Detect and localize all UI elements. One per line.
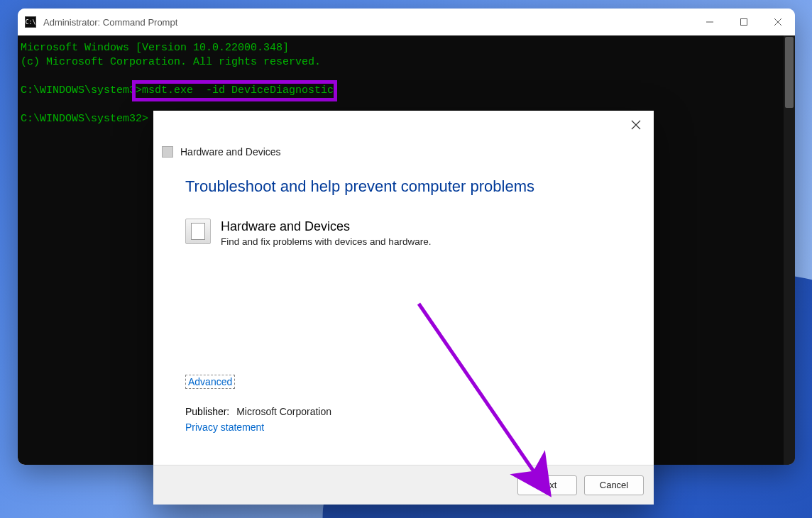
dlg-footer: Next Cancel [153, 465, 654, 505]
close-button[interactable] [761, 9, 795, 35]
minimize-button[interactable] [693, 9, 727, 35]
cmd-app-icon: C:\ [25, 16, 36, 28]
hardware-devices-large-icon [185, 219, 211, 244]
advanced-link[interactable]: Advanced [185, 375, 235, 389]
cmd-titlebar[interactable]: C:\ Administrator: Command Prompt [18, 9, 795, 35]
cmd-window-title: Administrator: Command Prompt [43, 17, 177, 28]
cmd-typed-command-highlight: >msdt.exe -id DeviceDiagnostic [136, 84, 334, 98]
troubleshooter-item-title: Hardware and Devices [221, 219, 431, 234]
cmd-output-line [21, 70, 795, 84]
maximize-button[interactable] [727, 9, 761, 35]
hardware-devices-icon [162, 146, 173, 158]
cmd-scrollbar[interactable] [784, 35, 795, 465]
svg-rect-0 [741, 19, 747, 26]
next-button-accelerator: N [538, 480, 544, 490]
dlg-content: Troubleshoot and help prevent computer p… [153, 177, 654, 465]
cmd-prompt-line: C:\WINDOWS\system3>msdt.exe -id DeviceDi… [21, 84, 795, 98]
cmd-prompt-prefix: C:\WINDOWS\system3 [21, 84, 136, 97]
publisher-value: Microsoft Corporation [236, 406, 331, 417]
publisher-label: Publisher: [185, 406, 229, 417]
troubleshooter-item-desc: Find and fix problems with devices and h… [221, 236, 431, 247]
cmd-scrollbar-thumb[interactable] [785, 37, 794, 108]
troubleshooter-dialog: Hardware and Devices Troubleshoot and he… [153, 111, 654, 505]
dlg-titlebar[interactable] [153, 111, 654, 139]
cmd-output-line [21, 98, 795, 112]
privacy-statement-link[interactable]: Privacy statement [185, 421, 264, 433]
dlg-close-button[interactable] [625, 114, 647, 136]
next-button[interactable]: Next [517, 475, 577, 495]
troubleshooter-item-text: Hardware and Devices Find and fix proble… [221, 219, 431, 247]
publisher-line: Publisher: Microsoft Corporation [185, 406, 622, 417]
cancel-button[interactable]: Cancel [584, 475, 644, 495]
next-button-rest: ext [544, 480, 556, 490]
dlg-heading: Troubleshoot and help prevent computer p… [185, 177, 622, 196]
cmd-window-controls [693, 9, 795, 35]
cmd-output-line: (c) Microsoft Corporation. All rights re… [21, 55, 795, 70]
dlg-header: Hardware and Devices [153, 139, 654, 177]
cmd-output-line: Microsoft Windows [Version 10.0.22000.34… [21, 41, 795, 55]
dlg-header-text: Hardware and Devices [180, 146, 281, 158]
troubleshooter-item: Hardware and Devices Find and fix proble… [185, 219, 622, 247]
